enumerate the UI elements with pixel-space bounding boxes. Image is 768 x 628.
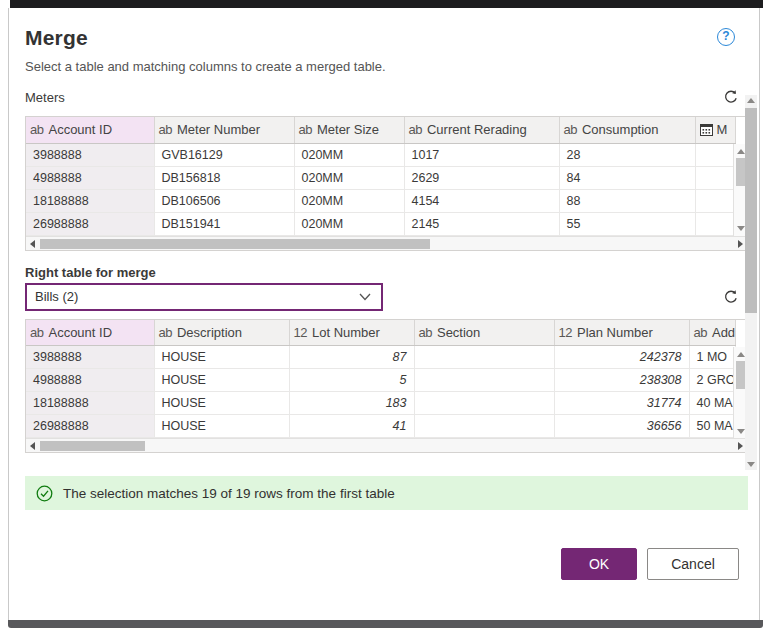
- column-header[interactable]: 12Lot Number: [289, 320, 414, 346]
- help-icon[interactable]: ?: [717, 28, 735, 46]
- scroll-left-icon[interactable]: [30, 240, 35, 248]
- merge-dialog: Merge ? Select a table and matching colu…: [8, 8, 760, 620]
- cell[interactable]: 28: [559, 143, 695, 166]
- cell[interactable]: 020MM: [294, 212, 404, 235]
- cell[interactable]: 2145: [404, 212, 559, 235]
- cell[interactable]: 4988888: [26, 369, 154, 392]
- column-header[interactable]: M: [695, 117, 735, 143]
- scroll-down-icon[interactable]: [737, 429, 745, 434]
- cell[interactable]: [414, 346, 554, 369]
- right-table-dropdown[interactable]: Bills (2): [25, 283, 383, 311]
- horizontal-scrollbar[interactable]: [26, 438, 747, 452]
- window-top-edge: [10, 0, 763, 8]
- text-type-icon: ab: [30, 325, 43, 340]
- scroll-right-icon[interactable]: [738, 442, 743, 450]
- cell[interactable]: 50 MA: [689, 415, 735, 438]
- table-row: 4988888HOUSE52383082 GRO: [26, 369, 735, 392]
- scroll-down-icon[interactable]: [747, 462, 755, 467]
- cell[interactable]: HOUSE: [154, 369, 289, 392]
- cell[interactable]: DB156818: [154, 166, 294, 189]
- column-header[interactable]: 12Plan Number: [554, 320, 689, 346]
- refresh-icon[interactable]: [723, 89, 739, 105]
- cell[interactable]: [695, 166, 735, 189]
- column-header[interactable]: abMeter Number: [154, 117, 294, 143]
- cell[interactable]: [414, 369, 554, 392]
- page-title: Merge: [25, 26, 88, 50]
- cell[interactable]: HOUSE: [154, 392, 289, 415]
- scroll-up-icon[interactable]: [737, 352, 745, 357]
- scroll-left-icon[interactable]: [30, 442, 35, 450]
- left-table-body: 3988888GVB16129020MM1017284988888DB15681…: [26, 143, 735, 235]
- cell[interactable]: [695, 189, 735, 212]
- cell[interactable]: 2 GRO: [689, 369, 735, 392]
- column-header[interactable]: abDescription: [154, 320, 289, 346]
- dialog-scrollbar[interactable]: [745, 95, 757, 470]
- scroll-thumb[interactable]: [745, 108, 757, 313]
- scroll-thumb[interactable]: [40, 441, 145, 451]
- cell[interactable]: 55: [559, 212, 695, 235]
- cell[interactable]: 18188888: [26, 392, 154, 415]
- cell[interactable]: 88: [559, 189, 695, 212]
- cell[interactable]: [695, 212, 735, 235]
- cell[interactable]: 3988888: [26, 143, 154, 166]
- cell[interactable]: [414, 392, 554, 415]
- refresh-icon[interactable]: [723, 289, 739, 305]
- column-header[interactable]: abCurrent Rerading: [404, 117, 559, 143]
- cell[interactable]: 84: [559, 166, 695, 189]
- cell[interactable]: 41: [289, 415, 414, 438]
- cell[interactable]: 4988888: [26, 166, 154, 189]
- left-table: abAccount ID abMeter Number abMeter Size…: [25, 116, 748, 251]
- cell[interactable]: 020MM: [294, 166, 404, 189]
- horizontal-scrollbar[interactable]: [26, 236, 747, 250]
- cancel-button[interactable]: Cancel: [647, 548, 739, 580]
- cell[interactable]: 26988888: [26, 212, 154, 235]
- chevron-down-icon: [359, 293, 371, 301]
- column-header[interactable]: abConsumption: [559, 117, 695, 143]
- cell[interactable]: 020MM: [294, 189, 404, 212]
- cell[interactable]: 2629: [404, 166, 559, 189]
- ok-button[interactable]: OK: [561, 548, 637, 580]
- scroll-thumb[interactable]: [40, 239, 430, 249]
- cell[interactable]: 020MM: [294, 143, 404, 166]
- cell[interactable]: 31774: [554, 392, 689, 415]
- number-type-icon: 12: [559, 325, 572, 340]
- status-message: The selection matches 19 of 19 rows from…: [63, 486, 395, 501]
- column-header[interactable]: abAccount ID: [26, 320, 154, 346]
- status-banner: The selection matches 19 of 19 rows from…: [25, 476, 748, 510]
- cell[interactable]: 18188888: [26, 189, 154, 212]
- cell[interactable]: 3988888: [26, 346, 154, 369]
- cell[interactable]: 87: [289, 346, 414, 369]
- header-row: abAccount ID abMeter Number abMeter Size…: [26, 117, 735, 143]
- cell[interactable]: 5: [289, 369, 414, 392]
- cell[interactable]: 183: [289, 392, 414, 415]
- cell[interactable]: DB106506: [154, 189, 294, 212]
- cell[interactable]: [414, 415, 554, 438]
- column-header[interactable]: abAddr: [689, 320, 735, 346]
- cell[interactable]: HOUSE: [154, 415, 289, 438]
- text-type-icon: ab: [694, 325, 707, 340]
- header-row: abAccount ID abDescription 12Lot Number …: [26, 320, 735, 346]
- number-type-icon: 12: [294, 325, 307, 340]
- text-type-icon: ab: [564, 122, 577, 137]
- cell[interactable]: 1017: [404, 143, 559, 166]
- cell[interactable]: HOUSE: [154, 346, 289, 369]
- cell[interactable]: 1 MO: [689, 346, 735, 369]
- column-header[interactable]: abAccount ID: [26, 117, 154, 143]
- cell[interactable]: 40 MA: [689, 392, 735, 415]
- cell[interactable]: 26988888: [26, 415, 154, 438]
- table-row: 18188888DB106506020MM415488: [26, 189, 735, 212]
- table-row: 3988888GVB16129020MM101728: [26, 143, 735, 166]
- scroll-right-icon[interactable]: [738, 240, 743, 248]
- cell[interactable]: DB151941: [154, 212, 294, 235]
- cell[interactable]: 238308: [554, 369, 689, 392]
- cell[interactable]: 4154: [404, 189, 559, 212]
- column-header[interactable]: abSection: [414, 320, 554, 346]
- column-header[interactable]: abMeter Size: [294, 117, 404, 143]
- cell[interactable]: GVB16129: [154, 143, 294, 166]
- cell[interactable]: 242378: [554, 346, 689, 369]
- cell[interactable]: [695, 143, 735, 166]
- scroll-down-icon[interactable]: [737, 226, 745, 231]
- scroll-up-icon[interactable]: [747, 98, 755, 103]
- scroll-up-icon[interactable]: [737, 149, 745, 154]
- cell[interactable]: 36656: [554, 415, 689, 438]
